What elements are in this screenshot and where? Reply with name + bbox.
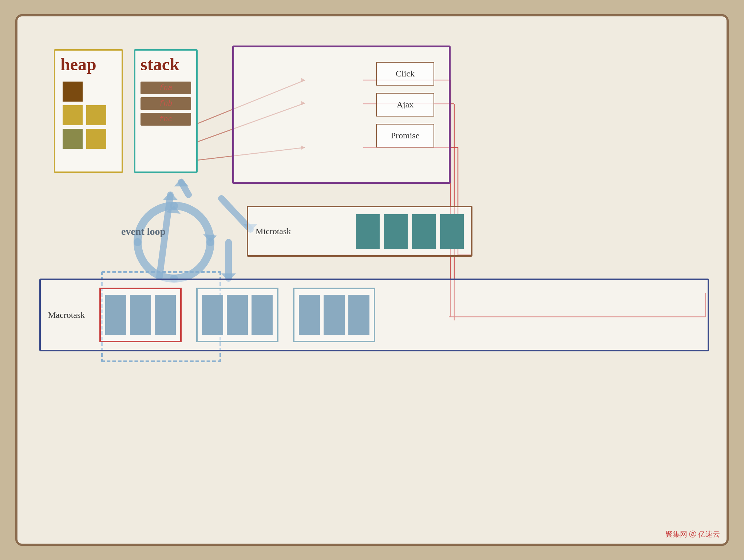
- heap-square-brown: [63, 82, 83, 102]
- microtask-squares: [356, 214, 471, 249]
- svg-marker-22: [174, 178, 189, 186]
- heap-squares: [55, 78, 122, 153]
- event-loop-label: event loop: [121, 226, 166, 237]
- api-items: Click Ajax Promise: [376, 62, 434, 147]
- stack-items: fna fnb fnc: [135, 78, 196, 129]
- macrotask-box: Macrotask: [39, 279, 709, 351]
- microtask-sq-1: [356, 214, 380, 249]
- api-item-click: Click: [376, 62, 434, 86]
- macrotask-sq-1-1: [105, 295, 126, 335]
- api-item-promise: Promise: [376, 124, 434, 147]
- stack-item-fnb: fnb: [141, 97, 191, 110]
- svg-line-15: [221, 198, 250, 229]
- heap-box: heap: [54, 49, 123, 173]
- microtask-sq-3: [412, 214, 436, 249]
- main-canvas: heap stack fna fnb fnc Click Ajax: [15, 14, 729, 546]
- heap-title: heap: [55, 51, 122, 78]
- macrotask-sq-3-1: [299, 295, 320, 335]
- svg-marker-20: [163, 192, 178, 200]
- stack-item-fna: fna: [141, 82, 191, 94]
- heap-square-gold-3: [86, 129, 106, 149]
- heap-square-olive: [63, 129, 83, 149]
- heap-row-2: [63, 105, 114, 125]
- svg-marker-24: [166, 206, 181, 214]
- microtask-box: Microtask: [247, 206, 472, 257]
- heap-row-1: [63, 82, 114, 102]
- watermark: 聚集网 ⓐ 亿速云: [665, 529, 720, 539]
- api-item-ajax: Ajax: [376, 93, 434, 117]
- heap-row-3: [63, 129, 114, 149]
- macrotask-group-1: [99, 288, 182, 342]
- macrotask-sq-2-1: [202, 295, 223, 335]
- event-loop-circle: [123, 191, 225, 293]
- svg-marker-23: [203, 234, 217, 242]
- macrotask-sq-1-2: [130, 295, 151, 335]
- macrotask-sq-2-3: [252, 295, 273, 335]
- svg-line-21: [181, 182, 189, 195]
- microtask-label: Microtask: [248, 226, 298, 236]
- macrotask-group-2: [196, 288, 278, 342]
- stack-box: stack fna fnb fnc: [134, 49, 198, 173]
- webapi-box: Click Ajax Promise: [232, 46, 451, 184]
- macrotask-sq-1-3: [155, 295, 176, 335]
- microtask-sq-4: [440, 214, 464, 249]
- macrotask-sq-3-2: [324, 295, 345, 335]
- microtask-sq-2: [384, 214, 408, 249]
- macrotask-sq-2-2: [227, 295, 248, 335]
- macrotask-sq-3-3: [348, 295, 369, 335]
- stack-title: stack: [135, 51, 196, 78]
- macrotask-group-3: [293, 288, 375, 342]
- heap-square-gold-2: [86, 105, 106, 125]
- macrotask-groups: [99, 288, 375, 342]
- heap-square-gold-1: [63, 105, 83, 125]
- stack-item-fnc: fnc: [141, 113, 191, 126]
- macrotask-label: Macrotask: [41, 310, 92, 320]
